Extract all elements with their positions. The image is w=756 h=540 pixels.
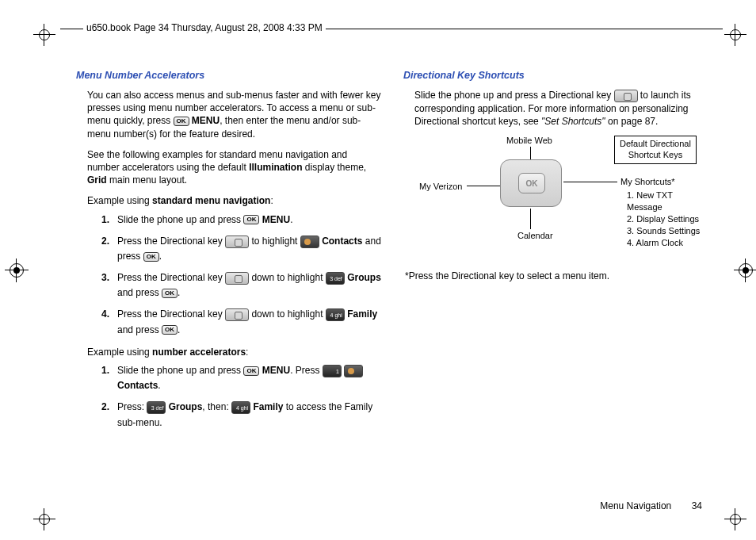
ex1-step-2: Press the Directional key to highlight C… <box>117 234 381 264</box>
registration-mark-left <box>8 262 25 279</box>
directional-note: *Press the Directional key to select a m… <box>405 270 708 281</box>
shortcut-list-item: 4. Alarm Clock <box>627 237 708 249</box>
leader-line <box>530 147 531 159</box>
dpad-diagram-icon: OK <box>500 159 562 207</box>
shortcut-list: 1. New TXT Message 2. Display Settings 3… <box>627 190 708 248</box>
ex1-step-4: Press the Directional key down to highli… <box>117 307 381 337</box>
heading-menu-accelerators: Menu Number Accelerators <box>76 70 381 81</box>
para-intro-1: You can also access menus and sub-menus … <box>87 89 381 140</box>
directional-shortcut-diagram: Mobile Web My Verizon My Shortcuts* Cale… <box>414 136 708 262</box>
example2-steps: Slide the phone up and press OK MENU. Pr… <box>105 363 381 431</box>
leader-line <box>530 209 531 229</box>
shortcut-list-item: 3. Sounds Settings <box>627 225 708 237</box>
para-directional-intro: Slide the phone up and press a Direction… <box>414 89 708 128</box>
dpad-key-icon <box>225 236 249 248</box>
key-3-icon: 3 def <box>326 272 345 285</box>
ex1-step-3: Press the Directional key down to highli… <box>117 270 381 301</box>
ok-key-icon: OK <box>174 117 189 126</box>
leader-line <box>467 186 500 186</box>
key-1-icon: 1 <box>323 365 342 377</box>
example1-steps: Slide the phone up and press OK MENU. Pr… <box>105 213 381 338</box>
footer-page-number: 34 <box>692 500 702 511</box>
dpad-key-icon <box>225 308 249 321</box>
crop-mark-bottom-right <box>724 508 746 530</box>
leader-line <box>563 182 617 182</box>
left-column: Menu Number Accelerators You can also ac… <box>76 70 381 439</box>
key-3-icon: 3 def <box>147 401 166 414</box>
heading-directional-shortcuts: Directional Key Shortcuts <box>403 70 708 81</box>
shortcut-list-item: 1. New TXT Message <box>627 190 708 213</box>
crop-mark-bottom-left <box>33 508 55 530</box>
default-shortcut-box: Default Directional Shortcut Keys <box>614 136 697 164</box>
key-4-icon: 4 ghi <box>326 308 345 321</box>
ok-button-icon: OK <box>518 173 545 193</box>
dpad-key-icon <box>225 272 249 285</box>
ok-key-icon: OK <box>162 325 178 335</box>
shortcut-right-label: My Shortcuts* <box>620 177 674 186</box>
right-column: Directional Key Shortcuts Slide the phon… <box>403 70 708 439</box>
shortcut-up-label: Mobile Web <box>506 136 552 145</box>
ok-key-icon: OK <box>143 252 159 262</box>
ok-key-icon: OK <box>162 289 178 298</box>
running-head: u650.book Page 34 Thursday, August 28, 2… <box>83 22 326 33</box>
crop-mark-top-left <box>33 24 55 46</box>
ok-key-icon: OK <box>243 366 259 376</box>
contacts-icon <box>300 236 319 248</box>
shortcut-down-label: Calendar <box>517 231 553 240</box>
example1-intro: Example using standard menu navigation: <box>87 194 381 207</box>
crop-mark-top-right <box>724 24 746 46</box>
ex1-step-1: Slide the phone up and press OK MENU. <box>117 213 381 228</box>
shortcut-left-label: My Verizon <box>419 182 462 191</box>
footer-section: Menu Navigation <box>600 500 671 511</box>
example2-intro: Example using number accelerators: <box>87 346 381 358</box>
contacts-icon <box>344 365 363 377</box>
ok-key-icon: OK <box>243 215 259 224</box>
dpad-key-icon <box>614 90 638 102</box>
para-intro-2: See the following examples for standard … <box>87 148 381 187</box>
registration-mark-right <box>737 262 754 279</box>
key-4-icon: 4 ghi <box>231 401 250 414</box>
ex2-step-2: Press: 3 def Groups, then: 4 ghi Family … <box>117 400 381 430</box>
shortcut-list-item: 2. Display Settings <box>627 213 708 225</box>
page-footer: Menu Navigation 34 <box>600 500 702 511</box>
ex2-step-1: Slide the phone up and press OK MENU. Pr… <box>117 363 381 393</box>
